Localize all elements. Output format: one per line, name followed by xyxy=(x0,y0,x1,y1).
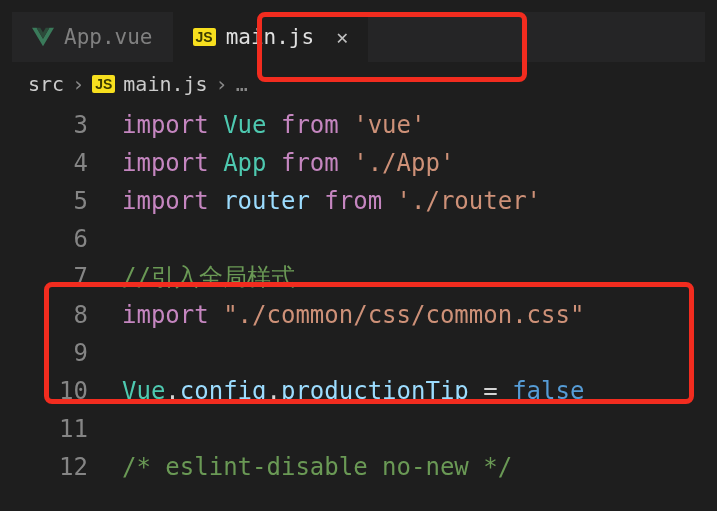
breadcrumb-part[interactable]: src xyxy=(28,72,64,96)
code-content: Vue.config.productionTip = false xyxy=(122,372,584,410)
code-line[interactable]: 10Vue.config.productionTip = false xyxy=(12,372,705,410)
js-icon: JS xyxy=(193,28,216,46)
line-number: 7 xyxy=(12,258,122,296)
tab-label: main.js xyxy=(226,25,315,49)
line-number: 8 xyxy=(12,296,122,334)
breadcrumb-ellipsis[interactable]: … xyxy=(236,72,248,96)
code-editor[interactable]: 3import Vue from 'vue'4import App from '… xyxy=(12,102,705,486)
code-line[interactable]: 6 xyxy=(12,220,705,258)
tab-bar: App.vue JS main.js ✕ xyxy=(12,12,705,62)
tab-label: App.vue xyxy=(64,25,153,49)
tab-app-vue[interactable]: App.vue xyxy=(12,12,173,62)
line-number: 11 xyxy=(12,410,122,448)
line-number: 5 xyxy=(12,182,122,220)
code-content: /* eslint-disable no-new */ xyxy=(122,448,512,486)
code-line[interactable]: 4import App from './App' xyxy=(12,144,705,182)
code-content: //引入全局样式 xyxy=(122,258,295,296)
code-line[interactable]: 7//引入全局样式 xyxy=(12,258,705,296)
code-line[interactable]: 12/* eslint-disable no-new */ xyxy=(12,448,705,486)
close-icon[interactable]: ✕ xyxy=(336,25,348,49)
code-line[interactable]: 8import "./common/css/common.css" xyxy=(12,296,705,334)
breadcrumb: src › JS main.js › … xyxy=(12,62,705,102)
code-line[interactable]: 9 xyxy=(12,334,705,372)
code-line[interactable]: 3import Vue from 'vue' xyxy=(12,106,705,144)
line-number: 6 xyxy=(12,220,122,258)
code-content: import Vue from 'vue' xyxy=(122,106,425,144)
code-content: import "./common/css/common.css" xyxy=(122,296,584,334)
line-number: 10 xyxy=(12,372,122,410)
chevron-right-icon: › xyxy=(216,72,228,96)
line-number: 4 xyxy=(12,144,122,182)
vue-icon xyxy=(32,27,54,47)
line-number: 12 xyxy=(12,448,122,486)
js-icon: JS xyxy=(92,75,115,93)
line-number: 9 xyxy=(12,334,122,372)
code-line[interactable]: 11 xyxy=(12,410,705,448)
breadcrumb-part[interactable]: main.js xyxy=(123,72,207,96)
chevron-right-icon: › xyxy=(72,72,84,96)
code-content: import router from './router' xyxy=(122,182,541,220)
code-line[interactable]: 5import router from './router' xyxy=(12,182,705,220)
code-content: import App from './App' xyxy=(122,144,454,182)
tab-main-js[interactable]: JS main.js ✕ xyxy=(173,12,369,62)
line-number: 3 xyxy=(12,106,122,144)
